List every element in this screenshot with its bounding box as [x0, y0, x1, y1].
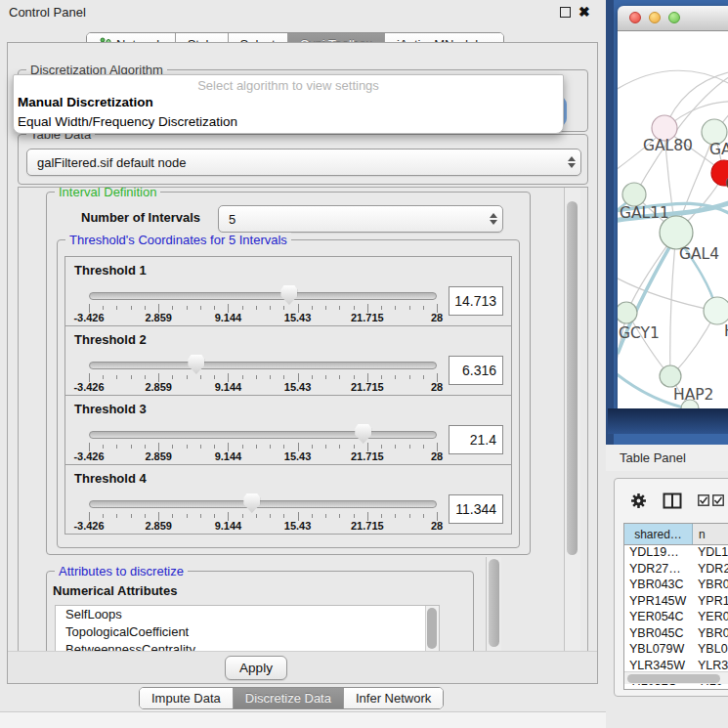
- threshold-value-field-2[interactable]: 6.316: [449, 356, 503, 385]
- apply-button[interactable]: Apply: [225, 656, 287, 680]
- tick-mark: [256, 514, 257, 518]
- network-edge[interactable]: [627, 313, 669, 375]
- tick-mark: [214, 445, 215, 449]
- table-row[interactable]: YBR043CYBR0: [624, 578, 728, 594]
- checkbox-icon[interactable]: [712, 494, 724, 506]
- network-node[interactable]: [622, 183, 646, 206]
- table-data-group: Table Data galFiltered.sif default node: [18, 134, 588, 185]
- network-node[interactable]: [618, 302, 637, 323]
- column-header-name[interactable]: n: [693, 524, 728, 544]
- table-horizontal-scrollbar[interactable]: [624, 671, 728, 684]
- threshold-panel-2: Threshold 2-3.4262.8599.14415.4321.71528…: [64, 325, 512, 396]
- tick-mark: [339, 375, 340, 379]
- column-header-shared-name[interactable]: shared…: [624, 524, 693, 544]
- network-view-window: GAL80GACGAL11GAL4GCY1HHAP2: [618, 6, 728, 408]
- tick-mark: [283, 445, 284, 449]
- tick-mark: [172, 375, 173, 379]
- tick-mark: [172, 445, 173, 449]
- threshold-value-field-4[interactable]: 11.344: [449, 494, 503, 524]
- tab-discretize-data[interactable]: Discretize Data: [234, 688, 344, 708]
- network-window-bottom-frame: [608, 408, 728, 434]
- attributes-pane-scrollbar[interactable]: [486, 557, 501, 651]
- network-edge[interactable]: [670, 233, 676, 375]
- attribute-item-topologicalcoefficient[interactable]: TopologicalCoefficient: [56, 623, 439, 641]
- threshold-value-field-3[interactable]: 21.4: [449, 425, 503, 454]
- node-label-hap2: HAP2: [673, 386, 713, 404]
- panel-title: Control Panel: [9, 5, 86, 20]
- tick-mark: [187, 306, 188, 310]
- settings-scrollpane: Interval Definition Number of Intervals …: [18, 187, 588, 652]
- network-node[interactable]: [704, 297, 728, 324]
- attribute-item-selfloops[interactable]: SelfLoops: [56, 606, 439, 623]
- network-node[interactable]: [660, 365, 681, 387]
- checkbox-icon[interactable]: [698, 494, 709, 506]
- tick-mark: [214, 306, 215, 310]
- cell-shared-name: YPR145W: [624, 594, 693, 611]
- table-row[interactable]: YER054CYER0: [624, 610, 728, 626]
- network-edge[interactable]: [618, 70, 728, 90]
- tick-mark: [242, 306, 243, 310]
- threshold-slider-2[interactable]: -3.4262.8599.14415.4321.71528: [89, 358, 437, 391]
- tick-mark: [409, 375, 410, 379]
- table-data-combobox[interactable]: galFiltered.sif default node: [26, 149, 581, 176]
- tick-mark: [339, 445, 340, 449]
- tick-label: 28: [431, 312, 443, 323]
- num-intervals-value: 5: [219, 212, 485, 227]
- tick-mark: [354, 445, 355, 449]
- tick-mark: [242, 514, 243, 518]
- slider-thumb[interactable]: [280, 285, 297, 305]
- tick-mark: [145, 306, 146, 310]
- threshold-slider-1[interactable]: -3.4262.8599.14415.4321.71528: [89, 288, 437, 321]
- table-row[interactable]: YBR045CYBR0: [624, 626, 728, 643]
- table-row[interactable]: YDL19…YDL1: [624, 545, 728, 562]
- settings-scrollbar[interactable]: [564, 188, 580, 651]
- column-layout-icon[interactable]: [663, 492, 682, 509]
- threshold-label: Threshold 2: [74, 332, 147, 347]
- slider-track: [89, 500, 437, 508]
- table-row[interactable]: YDR27…YDR2: [624, 562, 728, 578]
- algorithm-option-equal-width[interactable]: Equal Width/Frequency Discretization: [14, 112, 563, 132]
- slider-thumb[interactable]: [188, 355, 204, 374]
- tick-mark: [409, 445, 410, 449]
- cell-shared-name: YDL19…: [624, 545, 693, 562]
- network-canvas[interactable]: GAL80GACGAL11GAL4GCY1HHAP2: [618, 31, 728, 408]
- attributes-list-scrollbar[interactable]: [425, 606, 439, 652]
- interval-group-title: Interval Definition: [55, 187, 160, 199]
- threshold-slider-3[interactable]: -3.4262.8599.14415.4321.71528: [89, 427, 437, 460]
- tick-mark: [145, 445, 146, 449]
- cell-name: YPR1: [693, 594, 728, 611]
- screen: Control Panel ✖ NetworkStyleSelectCyni T…: [0, 0, 728, 728]
- gear-icon[interactable]: [630, 492, 647, 509]
- cell-name: YER0: [693, 610, 728, 626]
- node-label-gcy1: GCY1: [619, 324, 660, 342]
- tab-infer-network[interactable]: Infer Network: [344, 688, 443, 708]
- threshold-slider-4[interactable]: -3.4262.8599.14415.4321.71528: [89, 496, 437, 530]
- zoom-window-icon[interactable]: [668, 12, 680, 23]
- close-window-icon[interactable]: [629, 12, 641, 23]
- cell-shared-name: YDR27…: [624, 562, 693, 578]
- num-intervals-combobox[interactable]: 5: [218, 205, 503, 233]
- tick-mark: [283, 306, 284, 310]
- tick-mark: [409, 514, 410, 518]
- tick-mark: [395, 445, 396, 449]
- tab-impute-data[interactable]: Impute Data: [140, 688, 234, 708]
- float-panel-icon[interactable]: [560, 7, 571, 18]
- tick-mark: [354, 306, 355, 310]
- tick-mark: [325, 375, 326, 379]
- algorithm-placeholder-option[interactable]: Select algorithm to view settings: [14, 78, 563, 93]
- tick-label: 21.715: [351, 312, 384, 323]
- threshold-value-field-1[interactable]: 14.713: [449, 286, 503, 316]
- tick-label: 21.715: [351, 381, 384, 393]
- minimize-window-icon[interactable]: [649, 12, 661, 23]
- slider-thumb[interactable]: [355, 424, 371, 444]
- table-row[interactable]: YPR145WYPR1: [624, 594, 728, 611]
- table-row[interactable]: YBL079WYBL0: [624, 642, 728, 659]
- network-window-titlebar[interactable]: [618, 6, 728, 31]
- cell-name: YBL0: [693, 642, 728, 659]
- slider-thumb[interactable]: [243, 493, 260, 513]
- tick-label: 21.715: [351, 450, 384, 462]
- close-panel-icon[interactable]: ✖: [578, 4, 590, 20]
- algorithm-option-manual[interactable]: Manual Discretization: [14, 93, 563, 112]
- tab-label: Infer Network: [356, 691, 431, 706]
- attributes-list[interactable]: SelfLoopsTopologicalCoefficientBetweenne…: [55, 605, 440, 652]
